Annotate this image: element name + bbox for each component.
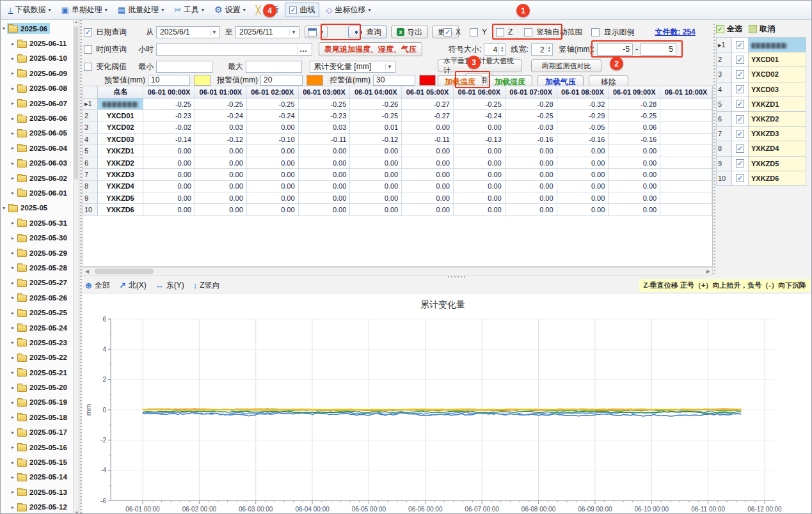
expander-closed-icon[interactable]: ▸ xyxy=(10,474,16,480)
row-checkbox-cell[interactable] xyxy=(732,141,749,156)
tree-group-2025-05[interactable]: ▾2025-05 xyxy=(1,201,73,215)
tree-node-2025-05-28[interactable]: ▸2025-05-28 xyxy=(1,260,73,275)
point-name-cell[interactable] xyxy=(97,98,143,109)
point-checkbox[interactable] xyxy=(736,85,744,93)
tree-node-2025-05-26[interactable]: ▸2025-05-26 xyxy=(1,290,73,305)
value-cell[interactable]: 0.00 xyxy=(350,192,402,204)
value-cell[interactable] xyxy=(660,134,712,145)
value-cell[interactable]: -0.10 xyxy=(246,134,298,145)
value-cell[interactable]: -0.25 xyxy=(453,98,505,109)
value-cell[interactable] xyxy=(660,121,712,133)
point-name-cell[interactable]: YXKZD6 xyxy=(749,171,806,185)
date-preset-button[interactable]: ▼ xyxy=(305,26,328,38)
expander-closed-icon[interactable]: ▸ xyxy=(10,250,16,256)
row-checkbox-cell[interactable] xyxy=(732,52,749,67)
point-name-cell[interactable]: YXKZD4 xyxy=(749,141,806,156)
expander-open-icon[interactable]: ▾ xyxy=(1,26,7,31)
tree-node-2025-05-19[interactable]: ▸2025-05-19 xyxy=(1,395,73,410)
value-cell[interactable]: 0.00 xyxy=(143,145,195,157)
value-cell[interactable]: -0.02 xyxy=(143,121,195,133)
value-cell[interactable]: -0.12 xyxy=(195,134,246,145)
tree-node-2025-06-06[interactable]: ▸2025-06-06 xyxy=(1,111,73,125)
row-number[interactable]: ▸1 xyxy=(83,98,97,109)
time-column-header[interactable]: 06-01 10:00X xyxy=(660,86,712,98)
row-number[interactable]: 4 xyxy=(83,134,97,145)
value-cell[interactable]: 0.00 xyxy=(246,180,298,192)
row-checkbox-cell[interactable] xyxy=(732,97,749,111)
toolbar-item-download[interactable]: ↓下载数据▾ xyxy=(4,3,55,17)
time-column-header[interactable]: 06-01 03:00X xyxy=(298,86,350,98)
value-cell[interactable] xyxy=(660,180,712,192)
value-cell[interactable]: -0.25 xyxy=(143,98,195,109)
value-cell[interactable]: -0.27 xyxy=(402,98,454,109)
min-input[interactable] xyxy=(156,61,212,73)
axis-toggle-north-arrow[interactable]: ↗北(X) xyxy=(119,280,147,291)
row-number[interactable]: 2 xyxy=(83,110,97,121)
value-cell[interactable]: 0.00 xyxy=(246,169,298,180)
tree-node-2025-05-22[interactable]: ▸2025-05-22 xyxy=(1,350,73,365)
toolbar-item-tools[interactable]: ✂工具▾ xyxy=(170,3,208,17)
value-cell[interactable]: 0.01 xyxy=(350,121,402,133)
row-number[interactable]: 5 xyxy=(83,145,97,157)
tree-node-2025-05-25[interactable]: ▸2025-05-25 xyxy=(1,305,73,320)
point-name-cell[interactable]: YXKZD6 xyxy=(97,204,143,215)
point-name-cell[interactable]: YXCD02 xyxy=(97,121,143,133)
value-cell[interactable]: 0.00 xyxy=(350,204,402,215)
value-cell[interactable]: -0.32 xyxy=(557,98,609,109)
value-cell[interactable]: 0.00 xyxy=(402,121,454,133)
expander-closed-icon[interactable]: ▸ xyxy=(10,385,16,391)
row-checkbox-cell[interactable] xyxy=(732,111,749,126)
value-cell[interactable]: -0.24 xyxy=(453,110,505,121)
value-cell[interactable]: 0.00 xyxy=(350,180,402,192)
row-number[interactable]: 3 xyxy=(83,121,97,133)
expander-closed-icon[interactable]: ▸ xyxy=(10,310,16,316)
line-width-stepper[interactable]: 2▲▼ xyxy=(531,43,553,56)
time-column-header[interactable]: 06-01 04:00X xyxy=(350,86,402,98)
value-cell[interactable]: 0.00 xyxy=(557,169,609,180)
value-cell[interactable]: -0.16 xyxy=(505,134,557,145)
expander-closed-icon[interactable]: ▸ xyxy=(10,70,16,76)
expander-closed-icon[interactable]: ▸ xyxy=(10,430,16,435)
value-cell[interactable]: 0.00 xyxy=(298,192,350,204)
spinner-arrows-icon[interactable]: ▲▼ xyxy=(498,44,505,55)
value-cell[interactable]: 0.00 xyxy=(453,192,505,204)
expander-closed-icon[interactable]: ▸ xyxy=(10,220,16,226)
value-cell[interactable]: 0.00 xyxy=(195,204,246,215)
value-cell[interactable]: 0.00 xyxy=(402,145,454,157)
point-checkbox[interactable] xyxy=(736,41,744,49)
value-cell[interactable]: 0.00 xyxy=(453,169,505,180)
value-cell[interactable]: 0.00 xyxy=(195,180,246,192)
chevron-down-icon[interactable]: ▼ xyxy=(385,64,394,70)
tree-node-2025-05-24[interactable]: ▸2025-05-24 xyxy=(1,320,73,335)
toolbar-item-settings[interactable]: ⚙设置▾ xyxy=(211,3,250,17)
value-cell[interactable]: -0.05 xyxy=(557,121,609,133)
tree-node-2025-05-16[interactable]: ▸2025-05-16 xyxy=(1,440,73,455)
row-checkbox-cell[interactable] xyxy=(732,171,749,185)
value-cell[interactable]: 0.00 xyxy=(609,192,660,204)
auto-range-checkbox[interactable] xyxy=(524,28,532,36)
vaxis-min-input[interactable]: -5 xyxy=(597,43,633,56)
value-cell[interactable]: 0.00 xyxy=(195,157,246,168)
expander-closed-icon[interactable]: ▸ xyxy=(10,295,16,300)
value-cell[interactable]: 0.00 xyxy=(143,169,195,180)
value-cell[interactable]: 0.00 xyxy=(402,169,454,180)
tree-group-2025-06[interactable]: ▾2025-06 xyxy=(1,21,73,36)
sidebar-splitter[interactable] xyxy=(80,20,82,514)
row-checkbox-cell[interactable] xyxy=(732,67,749,82)
pre-warn-input[interactable]: 10 xyxy=(148,75,190,86)
value-cell[interactable] xyxy=(660,192,712,204)
name-column-header[interactable]: 点名 xyxy=(97,86,143,98)
max-input[interactable] xyxy=(246,61,302,73)
expander-closed-icon[interactable]: ▸ xyxy=(10,504,16,510)
point-name-cell[interactable]: YXKZD1 xyxy=(749,97,806,111)
point-name-cell[interactable]: YXCD03 xyxy=(97,134,143,145)
value-cell[interactable]: 0.00 xyxy=(402,180,454,192)
value-cell[interactable] xyxy=(660,157,712,168)
value-cell[interactable]: 0.00 xyxy=(557,180,609,192)
date-query-checkbox[interactable] xyxy=(84,28,92,36)
tree-node-2025-06-09[interactable]: ▸2025-06-09 xyxy=(1,66,73,81)
value-cell[interactable]: -0.14 xyxy=(143,134,195,145)
tree-node-2025-05-20[interactable]: ▸2025-05-20 xyxy=(1,380,73,394)
point-name-cell[interactable]: YXKZD2 xyxy=(97,157,143,168)
point-checkbox[interactable] xyxy=(736,100,744,108)
